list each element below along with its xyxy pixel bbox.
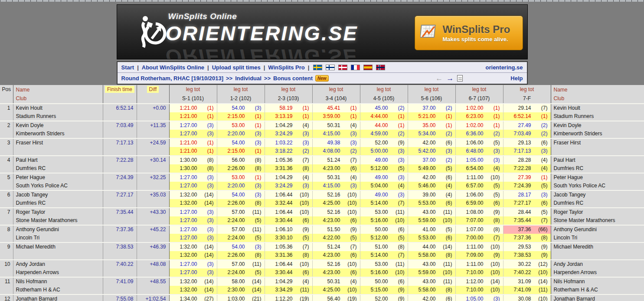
runner-name-right[interactable]: Michael Meredith [554, 243, 644, 251]
runner-name-club-cell-right: Anthony GerundiniLincoln Tri [551, 225, 644, 242]
total-time-cell: 6:36.00(2) [455, 130, 503, 138]
runner-name-right[interactable]: Anthony Gerundini [554, 226, 644, 234]
leg-time-cell: 49.38(3) [312, 138, 360, 147]
flag-finland-icon[interactable] [326, 65, 335, 70]
result-row-leg-times: 5Peter HagueSouth Yorks Police AC7:24.39… [0, 173, 644, 182]
breadcrumb-event[interactable]: Round Rotherham, RHAC [19/10/2013] [121, 75, 224, 82]
total-time-cell: 5:12.00(5) [360, 164, 408, 173]
flag-denmark-icon[interactable] [338, 65, 347, 70]
breadcrumb-individual[interactable]: Individual [235, 75, 262, 82]
leg-time-cell: 28.28(4) [503, 156, 551, 164]
total-time-cell: 4:59.00(2) [360, 130, 408, 138]
back-arrow-icon[interactable]: ← [435, 74, 443, 83]
flag-norway-icon[interactable] [376, 65, 385, 70]
finish-time-cell: 7:41.09 [103, 277, 137, 294]
leg-time-cell: 1:11.00(10) [455, 260, 503, 268]
leg-time-cell: 44.00(14) [408, 242, 455, 251]
total-time-cell: 7:24.39(5) [503, 182, 551, 190]
runner-name[interactable]: Kevin Doyle [16, 121, 103, 130]
nav-link-about-winsplits-online[interactable]: About WinSplits Online [142, 64, 204, 71]
nav-link-winsplits-pro[interactable]: WinSplits Pro [268, 64, 304, 71]
runner-name[interactable]: Jonathan Barnard [16, 295, 103, 301]
runner-name-right[interactable]: Roger Taylor [554, 208, 644, 216]
leg-time-cell: 50.31(4) [312, 173, 360, 182]
header-leg-id[interactable]: 5-6 (106) [408, 94, 455, 104]
runner-name[interactable]: Jacob Tangey [16, 191, 103, 199]
total-time-cell: 1:30.00(8) [169, 164, 217, 173]
runner-name[interactable]: Andy Jordan [16, 260, 103, 268]
runner-name-right[interactable]: Peter Hague [554, 173, 644, 182]
header-leg-id[interactable]: 6-7 (107) [455, 94, 503, 104]
orientering-logo-icon[interactable] [140, 11, 167, 55]
flag-sweden-icon[interactable] [313, 65, 322, 70]
nav-link-upload-split-times[interactable]: Upload split times [212, 64, 261, 71]
nav-link-start[interactable]: Start [121, 64, 134, 71]
header-leg-tot: leg tot [503, 85, 551, 94]
header-diff[interactable]: Diff [137, 85, 169, 104]
leg-time-cell: 57.00(11) [217, 225, 265, 234]
runner-name-right[interactable]: Fraser Hirst [554, 139, 644, 147]
header-leg-id[interactable]: 1-2 (102) [217, 94, 265, 104]
runner-name[interactable]: Peter Hague [16, 173, 103, 182]
leg-time-cell: 41.00(5) [408, 225, 455, 234]
breadcrumb-bonus-content[interactable]: Bonus content [273, 75, 313, 82]
runner-name-right[interactable]: Paul Hart [554, 156, 644, 164]
result-row-leg-times: 4Paul HartDumfries RC7:22.28+30.141:30.0… [0, 156, 644, 164]
position-cell: 8 [0, 225, 13, 242]
total-time-cell: 1:32.00(14) [169, 251, 217, 260]
header-leg-id[interactable]: 7-F [503, 94, 551, 104]
runner-name[interactable]: Roger Taylor [16, 208, 103, 216]
runner-name[interactable]: Paul Hart [16, 156, 103, 164]
runner-name-right[interactable]: Jacob Tangey [554, 191, 644, 199]
header-leg-id[interactable]: S-1 (101) [169, 94, 217, 104]
runner-club: Stadium Runners [16, 112, 103, 121]
forward-arrow-icon[interactable]: → [446, 74, 454, 83]
finish-time-cell: 7:35.44 [103, 208, 137, 225]
runner-name[interactable]: Kevin Hoult [16, 104, 103, 112]
runner-name-right[interactable]: Kevin Hoult [554, 104, 644, 112]
runner-name[interactable]: Nils Hofmann [16, 278, 103, 286]
leg-time-cell: 1:27.00(3) [169, 208, 217, 216]
leg-time-cell: 1:04.29(4) [265, 173, 312, 182]
runner-name-right[interactable]: Andy Jordan [554, 260, 644, 268]
total-time-cell: 7:35.44(7) [503, 216, 551, 225]
leg-time-cell: 56.40(19) [312, 294, 360, 301]
leg-time-cell: 43.00(11) [408, 208, 455, 216]
result-row-leg-times: 11Nils HofmannRotherham H & AC7:41.09+48… [0, 277, 644, 286]
nav-separator: | [308, 64, 310, 71]
leg-time-cell: 54.00(3) [217, 242, 265, 251]
total-time-cell: 7:03.49(2) [503, 130, 551, 138]
flag-spain-icon[interactable] [363, 65, 373, 70]
runner-name-club-cell-right: Kevin DoyleKimberworth Striders [551, 121, 644, 138]
help-link[interactable]: Help [510, 75, 523, 82]
total-time-cell: 5:42.00(3) [408, 147, 455, 156]
runner-name[interactable]: Michael Meredith [16, 243, 103, 251]
runner-name[interactable]: Anthony Gerundini [16, 226, 103, 234]
leg-time-cell: 58.00(14) [217, 277, 265, 286]
runner-name-right[interactable]: Kevin Doyle [554, 121, 644, 130]
total-time-cell: 4:25.00(10) [312, 286, 360, 294]
runner-club-right: Lincoln Tri [554, 234, 644, 242]
runner-name-club-cell: Peter HagueSouth Yorks Police AC [13, 173, 103, 190]
header-leg-id[interactable]: 2-3 (103) [265, 94, 312, 104]
runner-name-right[interactable]: Jonathan Barnard [554, 295, 644, 301]
runner-name[interactable]: Fraser Hirst [16, 139, 103, 147]
position-cell: 12 [0, 294, 13, 301]
page-list-icon[interactable] [457, 75, 463, 82]
diff-cell: +30.14 [137, 156, 169, 173]
runner-name-right[interactable]: Nils Hofmann [554, 278, 644, 286]
results-table: Pos Name Club Finish time Diff leg totle… [0, 85, 644, 301]
total-time-cell: 1:21.00(1) [169, 112, 217, 121]
total-time-cell: 4:23.00(6) [312, 164, 360, 173]
total-time-cell: 4:08.00(2) [312, 147, 360, 156]
header-leg-id[interactable]: 4-5 (105) [360, 94, 408, 104]
orientering-se-link[interactable]: orientering.se [486, 64, 523, 71]
runner-name-club-cell-right: Kevin HoultStadium Runners [551, 104, 644, 121]
leg-time-cell: 57.00(11) [217, 260, 265, 268]
flag-france-icon[interactable] [351, 65, 360, 70]
leg-time-cell: 27.39(1) [503, 173, 551, 182]
header-finish-time[interactable]: Finish time [103, 85, 137, 104]
winsplits-pro-banner[interactable]: WinSplits Pro Makes splits come alive. [415, 16, 523, 50]
header-leg-id[interactable]: 3-4 (104) [312, 94, 360, 104]
total-time-cell: 2:26.00(8) [217, 164, 265, 173]
